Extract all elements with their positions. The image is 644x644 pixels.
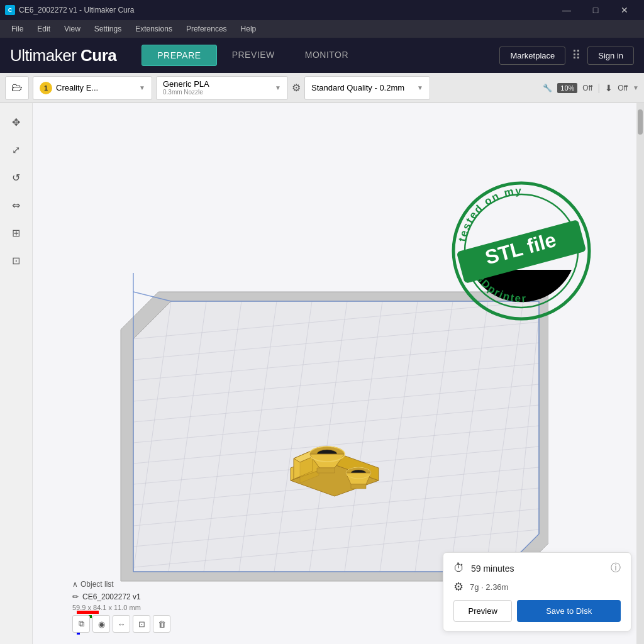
chevron-icon: ∧ — [72, 580, 78, 589]
window-controls: — □ ✕ — [552, 0, 639, 20]
support-label-static: 🔧 — [543, 84, 552, 92]
svg-marker-49 — [351, 484, 366, 489]
navbar: Ultimaker Cura PREPARE PREVIEW MONITOR M… — [0, 38, 644, 73]
object-dimensions: 59.9 x 84.1 x 11.0 mm — [72, 604, 170, 611]
menu-extensions[interactable]: Extensions — [129, 22, 179, 36]
window-title: CE6_2002272 v1 - Ultimaker Cura — [19, 6, 134, 14]
quality-dropdown-icon: ▼ — [417, 84, 423, 91]
apps-grid-icon[interactable]: ⠿ — [572, 48, 581, 63]
printer-selector[interactable]: 1 Creality E... ▼ — [33, 76, 152, 100]
material-dropdown-icon: ▼ — [275, 84, 281, 91]
support-blocker-tool[interactable]: ⊡ — [5, 249, 28, 272]
material-row: ⚙ 7g · 2.36m — [453, 580, 621, 594]
time-row: ⏱ 59 minutes ⓘ — [453, 562, 621, 575]
menu-view[interactable]: View — [58, 22, 87, 36]
material-selector[interactable]: Generic PLA 0.3mm Nozzle ▼ — [156, 76, 288, 100]
tab-preview[interactable]: PREVIEW — [217, 45, 290, 66]
app-icon: C — [5, 5, 15, 15]
viewport[interactable]: tested on my 3Dprinter STL file — [33, 103, 644, 644]
object-list-header: ∧ Object list — [72, 580, 170, 589]
tab-monitor[interactable]: MONITOR — [290, 45, 364, 66]
svg-marker-44 — [317, 468, 335, 473]
print-info-panel: ⏱ 59 minutes ⓘ ⚙ 7g · 2.36m Preview Save… — [443, 552, 631, 631]
nav-tabs: PREPARE PREVIEW MONITOR — [142, 45, 364, 66]
scroll-thumb — [638, 109, 643, 135]
delete-button[interactable]: 🗑 — [153, 615, 170, 633]
view-button[interactable]: ◉ — [92, 615, 110, 633]
info-detail-icon[interactable]: ⓘ — [611, 562, 621, 575]
maximize-button[interactable]: □ — [581, 0, 610, 20]
print-time: 59 minutes — [471, 564, 514, 574]
signin-button[interactable]: Sign in — [587, 47, 634, 65]
object-name: CE6_2002272 v1 — [82, 592, 141, 601]
nav-right: Marketplace ⠿ Sign in — [499, 47, 634, 65]
per-model-settings-tool[interactable]: ⊞ — [5, 221, 28, 244]
material-sub: 0.3mm Nozzle — [163, 89, 209, 96]
menu-settings[interactable]: Settings — [88, 22, 128, 36]
left-toolbar: ✥ ⤢ ↺ ⇔ ⊞ ⊡ — [0, 103, 33, 644]
menu-preferences[interactable]: Preferences — [180, 22, 233, 36]
support-off-label: Off — [582, 84, 592, 92]
printer-dropdown-icon: ▼ — [139, 84, 145, 91]
printer-name: Creality E... — [56, 83, 98, 92]
time-icon: ⏱ — [453, 562, 465, 575]
quality-name: Standard Quality - 0.2mm — [311, 83, 404, 92]
object-item: ✏ CE6_2002272 v1 — [72, 592, 170, 601]
brand-bold: Cura — [80, 46, 116, 65]
open-folder-button[interactable]: 🗁 — [5, 76, 29, 100]
rotate-tool[interactable]: ↺ — [5, 166, 28, 189]
material-usage-icon: ⚙ — [453, 580, 464, 594]
brand-light: Ultimaker — [10, 46, 76, 65]
move-tool[interactable]: ✥ — [5, 111, 28, 133]
material-info: Generic PLA 0.3mm Nozzle — [163, 79, 209, 97]
menu-file[interactable]: File — [5, 22, 30, 36]
save-to-disk-button[interactable]: Save to Disk — [517, 600, 621, 622]
quality-selector[interactable]: Standard Quality - 0.2mm ▼ — [304, 76, 430, 100]
material-name: Generic PLA — [163, 79, 209, 89]
main-area: ✥ ⤢ ↺ ⇔ ⊞ ⊡ — [0, 103, 644, 644]
viewport-scrollbar[interactable] — [636, 103, 644, 644]
stl-stamp: tested on my 3Dprinter STL file — [449, 179, 594, 323]
settings-sliders-icon: ⚙ — [292, 82, 301, 94]
tab-prepare[interactable]: PREPARE — [142, 45, 216, 66]
menu-help[interactable]: Help — [235, 22, 263, 36]
toolbar-right: 🔧 10% Off | ⬇ Off ▼ — [543, 82, 639, 94]
menubar: File Edit View Settings Extensions Prefe… — [0, 20, 644, 38]
close-button[interactable]: ✕ — [610, 0, 639, 20]
support-percent: 10% — [557, 83, 577, 93]
adhesion-off-label: Off — [618, 84, 628, 92]
brand-logo: Ultimaker Cura — [10, 46, 116, 65]
object-list-panel: ∧ Object list ✏ CE6_2002272 v1 59.9 x 84… — [67, 575, 175, 638]
action-buttons: Preview Save to Disk — [453, 600, 621, 622]
download-icon: ⬇ — [605, 83, 613, 93]
toolbar-divider1: | — [597, 82, 600, 94]
mirror-x-button[interactable]: ↔ — [113, 615, 130, 633]
object-action-icons: ⧉ ◉ ↔ ⊡ 🗑 — [72, 615, 170, 633]
duplicate-button[interactable]: ⧉ — [72, 615, 90, 633]
mirror-tool[interactable]: ⇔ — [5, 194, 28, 216]
material-usage: 7g · 2.36m — [470, 582, 508, 592]
printer-number: 1 — [40, 82, 52, 94]
marketplace-button[interactable]: Marketplace — [499, 47, 565, 65]
menu-edit[interactable]: Edit — [31, 22, 57, 36]
adhesion-dropdown-icon: ▼ — [633, 84, 639, 91]
titlebar: C CE6_2002272 v1 - Ultimaker Cura — □ ✕ — [0, 0, 644, 20]
object-list-label: Object list — [80, 580, 114, 589]
3d-object[interactable] — [278, 405, 391, 506]
scale-tool[interactable]: ⤢ — [5, 138, 28, 161]
minimize-button[interactable]: — — [552, 0, 581, 20]
preview-button[interactable]: Preview — [453, 600, 512, 622]
toolbar: 🗁 1 Creality E... ▼ Generic PLA 0.3mm No… — [0, 73, 644, 103]
edit-icon: ✏ — [72, 592, 79, 601]
split-button[interactable]: ⊡ — [133, 615, 150, 633]
